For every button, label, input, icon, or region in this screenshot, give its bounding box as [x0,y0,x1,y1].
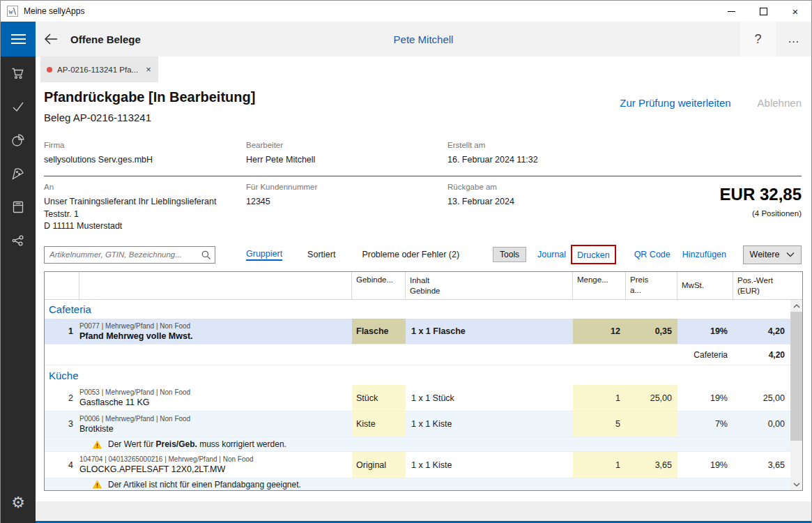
mwst-cell: 19% [677,385,733,411]
bearbeiter-value: Herr Pete Mitchell [246,154,447,166]
share-icon[interactable] [1,224,36,257]
warning-text: Der Artikel ist nicht für einen Pfandabg… [108,480,301,490]
app-header: Offene Belege Pete Mitchell ? … [36,22,811,56]
scroll-up-icon[interactable] [790,300,802,312]
sidebar: ⚙ [1,22,36,523]
search-icon [201,250,211,260]
mwst-cell: 19% [677,452,733,478]
preis-cell[interactable]: 3,65 [626,452,677,478]
preis-cell[interactable]: 25,00 [626,385,677,411]
menge-cell[interactable]: 1 [573,385,626,411]
back-arrow-icon[interactable] [36,22,66,56]
pie-chart-icon[interactable] [1,123,36,157]
inhalt-cell: 1 x 1 Kiste [406,452,573,478]
page-title: Offene Belege [70,33,141,45]
gebinde-cell[interactable]: Original [352,452,406,478]
preis-cell[interactable] [626,411,677,437]
kundennummer-label: Für Kundennummer [246,183,447,191]
app-window: w Meine sellyApps × [0,0,812,523]
bearbeiter-label: Bearbeiter [246,141,447,149]
drucken-link[interactable]: Drucken [577,250,610,260]
check-icon[interactable] [1,90,36,123]
inhalt-cell: 1 x 1 Flasche [406,319,573,344]
document-subtitle: Beleg AP-0216-113241 [44,112,802,123]
col-menge[interactable]: Menge... [573,272,626,299]
col-artikel[interactable] [79,272,352,299]
mwst-cell: 7% [677,411,733,437]
wert-cell: 4,20 [733,319,790,344]
col-gebinde[interactable]: Gebinde... [352,272,406,299]
menu-icon[interactable] [1,22,36,56]
col-wert[interactable]: Pos.-Wert (EUR) [733,272,802,299]
group-header-kueche[interactable]: Küche [45,365,790,385]
col-rownum[interactable] [45,272,79,299]
search-input[interactable] [44,246,215,264]
an-value: Unser Trainingslieferant Ihr Lieblingsli… [44,196,246,232]
firma-label: Firma [44,141,246,149]
document-tab[interactable]: AP-0216-113241 Pfa... × [40,56,158,82]
sortiert-toggle[interactable]: Sortiert [307,250,335,259]
titlebar: w Meine sellyApps × [1,1,811,22]
more-options-button[interactable]: … [776,22,811,56]
inhalt-cell: 1 x 1 Kiste [406,411,573,437]
drucken-highlight-box: Drucken [571,245,616,264]
cart-icon[interactable] [1,56,36,90]
maximize-button[interactable] [747,1,779,22]
gebinde-cell[interactable]: Flasche [352,319,406,344]
article-meta: P0077 | Mehrweg/Pfand | Non Food [79,322,190,330]
subtotal-value: 4,20 [733,344,790,365]
group-header-cafeteria[interactable]: Cafeteria [45,300,790,319]
table-row[interactable]: 4 104704 | 04013265000216 | Mehrweg/Pfan… [45,452,790,478]
forward-for-review-link[interactable]: Zur Prüfung weiterleiten [620,97,730,109]
svg-text:w: w [8,8,13,15]
tab-label: AP-0216-113241 Pfa... [57,66,138,74]
kundennummer-value: 12345 [246,196,447,208]
wert-cell: 0,00 [733,411,790,437]
user-name[interactable]: Pete Mitchell [36,33,811,45]
table-row[interactable]: 1 P0077 | Mehrweg/Pfand | Non Food Pfand… [45,319,790,344]
tab-close-icon[interactable]: × [143,64,151,75]
menge-cell[interactable]: 5 [573,411,626,437]
reject-link[interactable]: Ablehnen [758,97,802,109]
table-row[interactable]: 3 P0006 | Mehrweg/Pfand | Non Food Brotk… [45,411,790,437]
table-scrollbar[interactable] [790,300,802,490]
col-mwst[interactable]: MwSt. [677,272,733,299]
journal-link[interactable]: Journal [537,250,566,259]
subtotal-row: Cafeteria 4,20 [45,344,790,365]
tools-button[interactable]: Tools [493,247,526,262]
gebinde-cell[interactable]: Stück [352,385,406,411]
positions-table: Gebinde... Inhalt Gebinde Menge... Preis… [44,271,803,491]
close-button[interactable]: × [779,1,811,22]
settings-gear-icon[interactable]: ⚙ [1,486,36,520]
gruppiert-toggle[interactable]: Gruppiert [246,249,282,261]
menge-cell[interactable]: 1 [573,452,626,478]
article-name: Pfand Mehrweg volle Mwst. [79,331,193,341]
article-name: GLOCKG.APFELSAFT 12X0,2LT.MW [79,464,225,474]
firma-value: sellysolutions Serv.ges.mbH [44,154,246,166]
book-icon[interactable] [1,190,36,224]
chevron-down-icon [786,252,795,257]
wert-cell: 25,00 [733,385,790,411]
col-preis[interactable]: Preis a... [626,272,677,299]
erstellt-am-value: 16. Februar 2024 11:32 [447,154,802,166]
hinzufuegen-link[interactable]: Hinzufügen [682,250,726,259]
article-meta: P0053 | Mehrweg/Pfand | Non Food [79,388,190,396]
footer-strip [36,501,811,521]
table-row[interactable]: 2 P0053 | Mehrweg/Pfand | Non Food Gasfl… [45,385,790,411]
minimize-button[interactable] [715,1,747,22]
scrollbar-thumb[interactable] [790,312,802,441]
help-button[interactable]: ? [740,22,776,56]
col-inhalt[interactable]: Inhalt Gebinde [406,272,573,299]
wert-cell: 3,65 [733,452,790,478]
weitere-dropdown[interactable]: Weitere [743,245,802,264]
positions-toolbar: Gruppiert Sortiert Probleme oder Fehler … [44,245,802,264]
menge-cell[interactable]: 12 [573,319,626,344]
qr-code-link[interactable]: QR Code [634,250,671,259]
probleme-filter[interactable]: Probleme oder Fehler (2) [362,250,459,259]
scroll-down-icon[interactable] [790,478,802,490]
preis-cell[interactable]: 0,35 [626,319,677,344]
mwst-cell: 19% [677,319,733,344]
pizza-slice-icon[interactable] [1,157,36,190]
gebinde-cell[interactable]: Kiste [352,411,406,437]
subtotal-label: Cafeteria [677,344,733,365]
